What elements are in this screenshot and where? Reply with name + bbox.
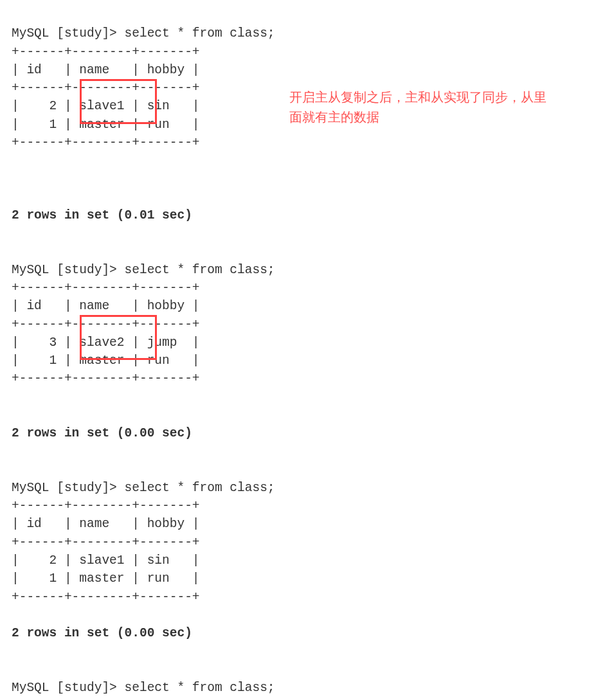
table-header: | id | name | hobby | [12, 299, 200, 313]
table-border: +------+--------+-------+ [12, 590, 200, 604]
query-block-2: MySQL [study]> select * from class; +---… [12, 242, 605, 406]
query-block-3: MySQL [study]> select * from class; +---… [12, 461, 605, 606]
table-border: +------+--------+-------+ [12, 318, 200, 332]
table-row: | 1 | master | run | [12, 354, 200, 368]
result-summary-3: 2 rows in set (0.00 sec) [12, 624, 605, 642]
table-border: +------+--------+-------+ [12, 535, 200, 550]
query-block-4: MySQL [study]> select * from class; +---… [12, 661, 605, 700]
table-row: | 3 | slave2 | jump | [12, 336, 200, 350]
sql-prompt-line: MySQL [study]> select * from class; [12, 481, 275, 495]
table-border: +------+--------+-------+ [12, 136, 200, 150]
sql-prompt-line: MySQL [study]> select * from class; [12, 26, 275, 40]
table-border: +------+--------+-------+ [12, 81, 200, 95]
sql-prompt-line: MySQL [study]> select * from class; [12, 681, 275, 695]
table-header: | id | name | hobby | [12, 517, 200, 531]
table-row: | 2 | slave1 | sin | [12, 553, 200, 568]
result-summary-1: 2 rows in set (0.01 sec) [12, 206, 605, 224]
table-border: +------+--------+-------+ [12, 281, 200, 295]
table-border: +------+--------+-------+ [12, 45, 200, 59]
sql-prompt-line: MySQL [study]> select * from class; [12, 263, 275, 277]
query-block-1: MySQL [study]> select * from class; +---… [12, 6, 605, 188]
annotation-text: 开启主从复制之后，主和从实现了同步，从里面就有主的数据 [289, 87, 546, 127]
table-header: | id | name | hobby | [12, 63, 200, 77]
table-row: | 1 | master | run | [12, 571, 200, 586]
table-row: | 2 | slave1 | sin | [12, 99, 200, 113]
table-border: +------+--------+-------+ [12, 372, 200, 386]
table-row: | 1 | master | run | [12, 118, 200, 132]
result-summary-2: 2 rows in set (0.00 sec) [12, 424, 605, 442]
table-border: +------+--------+-------+ [12, 499, 200, 513]
